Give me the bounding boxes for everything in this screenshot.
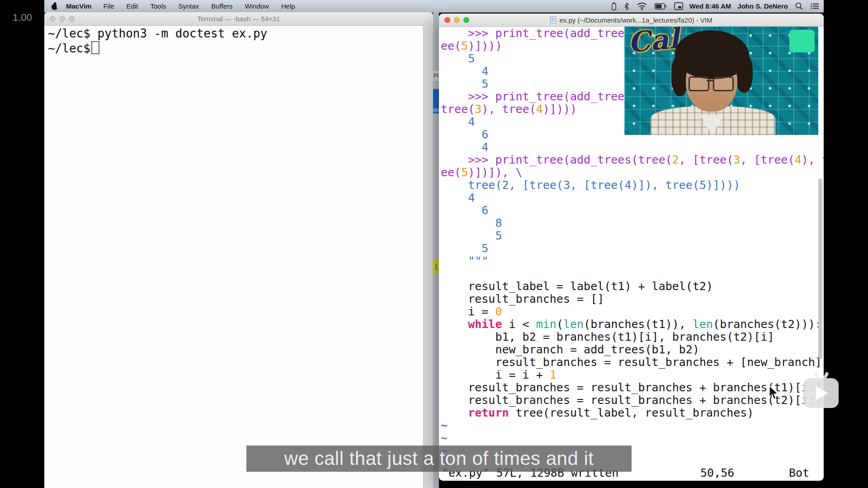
spotlight-search-icon[interactable] bbox=[795, 2, 803, 10]
vim-code-row: result_branches = result_branches + bran… bbox=[441, 381, 824, 394]
menu-item-help[interactable]: Help bbox=[281, 2, 295, 10]
video-frame: 1.00 MacVim FileEditToolsSyntaxBuffersWi… bbox=[0, 0, 868, 488]
background-button-fragment: ou bbox=[433, 89, 439, 113]
vim-code-row: ~ bbox=[441, 432, 824, 445]
menu-item-syntax[interactable]: Syntax bbox=[178, 2, 199, 10]
vim-code-row: 5 bbox=[441, 230, 824, 242]
menu-app-name[interactable]: MacVim bbox=[66, 2, 91, 10]
caption-text: we call that just a ton of times and it bbox=[284, 448, 594, 469]
vim-window-title: ex.py (~/Documents/work...1a_lectures/fa… bbox=[559, 16, 712, 24]
menu-item-file[interactable]: File bbox=[103, 2, 114, 10]
terminal-line: ~/lec$ python3 -m doctest ex.py bbox=[48, 27, 267, 40]
vim-code-row: >>> print_tree(add_trees(tree(2, [tree(3… bbox=[441, 154, 824, 166]
green-card-decoration bbox=[789, 30, 815, 52]
menu-item-buffers[interactable]: Buffers bbox=[211, 2, 232, 10]
vim-code-row: 4 bbox=[441, 141, 824, 154]
vim-code-row: b1, b2 = branches(t1)[i], branches(t2)[i… bbox=[441, 331, 824, 343]
vim-status-scroll-position: Bot bbox=[789, 466, 809, 479]
menu-clock[interactable]: Wed 8:46 AM bbox=[689, 2, 731, 10]
terminal-cursor bbox=[91, 41, 99, 54]
vim-title-bar[interactable]: ex.py (~/Documents/work...1a_lectures/fa… bbox=[439, 14, 824, 27]
menu-item-edit[interactable]: Edit bbox=[127, 2, 138, 10]
vim-code-row: tree(2, [tree(3, [tree(4)]), tree(5)]))) bbox=[441, 179, 824, 192]
glasses-icon bbox=[707, 80, 713, 81]
terminal-window-title: Terminal — -bash — 54×31 bbox=[44, 15, 433, 23]
vim-code-row: """ bbox=[441, 255, 824, 267]
document-proxy-icon[interactable] bbox=[550, 16, 556, 23]
mouse-cursor bbox=[769, 385, 778, 400]
battery-icon[interactable] bbox=[655, 3, 666, 9]
terminal-window[interactable]: Terminal — -bash — 54×31 ~/lec$ python3 … bbox=[44, 12, 433, 488]
vim-code-row bbox=[441, 267, 824, 280]
vim-code-row: 8 bbox=[441, 217, 824, 230]
webcam-overlay: Cal bbox=[624, 27, 818, 135]
glasses-icon bbox=[689, 76, 709, 91]
vim-code-row: result_branches = [] bbox=[441, 293, 824, 305]
caption-overlay: we call that just a ton of times and it bbox=[246, 446, 632, 472]
display-icon[interactable] bbox=[674, 2, 683, 10]
terminal-line: ~/lec$ bbox=[48, 42, 90, 55]
terminal-title-bar[interactable]: Terminal — -bash — 54×31 bbox=[44, 12, 433, 26]
apple-menu[interactable] bbox=[48, 3, 61, 10]
wifi-icon[interactable] bbox=[637, 2, 647, 10]
menu-items: FileEditToolsSyntaxBuffersWindowHelp bbox=[103, 2, 295, 10]
menu-item-tools[interactable]: Tools bbox=[150, 2, 166, 10]
vim-code-row: ~ bbox=[441, 419, 824, 432]
speaker-portrait bbox=[675, 30, 749, 79]
vim-code-row: result_branches = result_branches + [new… bbox=[441, 356, 824, 369]
vim-code-row: i = 0 bbox=[441, 305, 824, 318]
background-text-fragment: PI bbox=[433, 71, 439, 81]
vim-code-row: 4 bbox=[441, 192, 824, 204]
vim-code-row: return tree(result_label, result_branche… bbox=[441, 407, 824, 419]
apple-logo-icon bbox=[57, 5, 60, 8]
vim-code-row: 5 bbox=[441, 242, 824, 255]
vim-code-row: result_branches = result_branches + bran… bbox=[441, 394, 824, 407]
vim-code-row: new_branch = add_trees(b1, b2) bbox=[441, 343, 824, 356]
menu-user-name[interactable]: John S. DeNero bbox=[737, 2, 788, 10]
vertical-battery-icon[interactable] bbox=[612, 2, 616, 10]
vim-code-row: while i < min(len(branches(t1)), len(bra… bbox=[441, 318, 824, 331]
cal-logo: Cal bbox=[627, 27, 680, 59]
vim-scrollbar-thumb[interactable] bbox=[818, 178, 822, 359]
vim-status-cursor-position: 50,56 bbox=[700, 466, 734, 479]
vim-code-row: result_label = label(t1) + label(t2) bbox=[441, 280, 824, 293]
menu-item-window[interactable]: Window bbox=[245, 2, 269, 10]
miniplayer-overlay[interactable] bbox=[803, 372, 840, 409]
menu-bar: MacVim FileEditToolsSyntaxBuffersWindowH… bbox=[44, 0, 824, 13]
notification-center-icon[interactable] bbox=[810, 3, 819, 9]
terminal-content[interactable]: ~/lec$ python3 -m doctest ex.py~/lec$ bbox=[48, 26, 422, 488]
background-highlight-fragment: ] bbox=[433, 259, 439, 274]
background-window-sliver: PI ou ] bbox=[433, 12, 439, 488]
bluetooth-icon[interactable] bbox=[624, 2, 629, 10]
vim-code-row: ee(5)])]), \ bbox=[441, 166, 824, 179]
terminal-scrollbar[interactable] bbox=[423, 25, 433, 488]
vim-code-row: 6 bbox=[441, 204, 824, 217]
glasses-icon bbox=[713, 76, 734, 91]
vim-code-row: i = i + 1 bbox=[441, 369, 824, 381]
play-icon bbox=[816, 386, 828, 400]
playback-speed-indicator: 1.00 bbox=[13, 12, 32, 23]
